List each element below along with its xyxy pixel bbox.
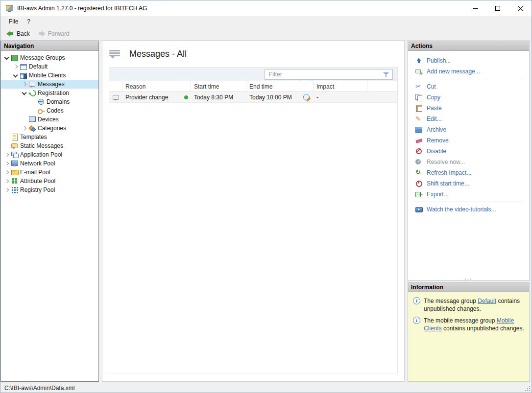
tree-item-message-groups[interactable]: Message Groups [1, 53, 98, 62]
action-paste[interactable]: Paste [408, 103, 529, 114]
tree-item-e-mail-pool[interactable]: E-mail Pool [1, 168, 98, 177]
chevron-right-icon[interactable] [12, 63, 20, 70]
action-label: Shift start time... [427, 180, 469, 187]
maximize-icon [495, 6, 500, 11]
tree-item-registration[interactable]: Registration [1, 89, 98, 97]
action-label: Publish... [427, 57, 451, 64]
chevron-right-icon[interactable] [3, 168, 11, 176]
action-publish[interactable]: Publish... [408, 55, 529, 66]
action-label: Edit... [427, 116, 442, 122]
titlebar: IBI-aws Admin 1.27.0 - registered for IB… [0, 0, 532, 16]
page-title: Messages - All [129, 49, 187, 59]
action-copy[interactable]: Copy [408, 92, 529, 103]
action-refresh-impact[interactable]: Refresh Impact... [408, 167, 529, 178]
devices-icon [28, 116, 36, 123]
registry-pool-icon [11, 186, 19, 194]
chevron-right-icon[interactable] [3, 160, 11, 167]
column-header-reason[interactable]: Reason [122, 81, 181, 92]
action-resolve-now[interactable]: Resolve now... [408, 157, 529, 167]
tree-item-categories[interactable]: Categories [1, 124, 98, 133]
action-add-new-message[interactable]: Add new message... [408, 66, 529, 77]
info-link-default[interactable]: Default [478, 298, 496, 304]
chevron-down-icon[interactable] [3, 54, 11, 62]
minimize-button[interactable] [464, 0, 486, 16]
action-label: Disable [427, 148, 446, 155]
info-text-prefix: The mobile message group [424, 317, 497, 324]
action-export[interactable]: Export... [408, 189, 529, 200]
tree-item-domains[interactable]: Domains [1, 97, 98, 106]
action-remove[interactable]: Remove [408, 135, 529, 146]
column-header-status[interactable] [181, 81, 191, 92]
chevron-right-icon[interactable] [3, 151, 11, 159]
action-label: Export... [427, 191, 449, 198]
forward-button[interactable]: Forward [34, 28, 73, 40]
close-button[interactable] [509, 0, 532, 16]
column-header-impact[interactable]: Impact [314, 81, 367, 92]
chevron-right-icon[interactable] [21, 80, 28, 88]
action-shift-start-time[interactable]: Shift start time... [408, 178, 529, 189]
tree-item-devices[interactable]: Devices [1, 115, 98, 124]
action-cut[interactable]: Cut [408, 81, 529, 92]
table-row[interactable]: Provider changeToday 8:30 PMToday 10:00 … [109, 92, 397, 103]
info-item: The mobile message group Mobile Clients … [413, 317, 525, 332]
chevron-right-icon[interactable] [21, 124, 28, 132]
tree-item-templates[interactable]: Templates [1, 133, 98, 141]
default-group-icon [20, 63, 27, 70]
impact-cell: - [314, 92, 367, 102]
menu-file[interactable]: File [4, 16, 23, 27]
tree-item-label: Attribute Pool [20, 178, 55, 185]
filter-wrap [265, 69, 393, 80]
action-edit[interactable]: Edit... [408, 114, 529, 124]
filter-funnel-icon[interactable] [383, 72, 389, 78]
tree-item-default[interactable]: Default [1, 62, 98, 71]
chevron-right-icon[interactable] [3, 177, 11, 185]
panel-splitter-grip[interactable]: ... [408, 275, 529, 280]
right-column: Actions Publish...Add new message...CutC… [408, 41, 530, 382]
chevron-spacer [21, 116, 28, 123]
window-title: IBI-aws Admin 1.27.0 - registered for IB… [17, 5, 147, 12]
refresh-impact-icon [415, 169, 423, 177]
chevron-down-icon[interactable] [21, 89, 28, 97]
tree-item-attribute-pool[interactable]: Attribute Pool [1, 177, 98, 185]
action-label: Add new message... [427, 68, 480, 75]
tree-item-label: Network Pool [20, 160, 55, 167]
column-header-start-time[interactable]: Start time [191, 81, 246, 92]
filter-input[interactable] [265, 69, 393, 80]
chevron-down-icon[interactable] [12, 71, 20, 79]
column-header-filler [367, 81, 397, 92]
tree-item-mobile-clients[interactable]: Mobile Clients [1, 71, 98, 80]
maximize-button[interactable] [486, 0, 509, 16]
info-text-suffix: contains unpublished changes. [442, 325, 524, 332]
column-header-end-time[interactable]: End time [246, 81, 300, 92]
column-header-impact-icon[interactable] [300, 81, 314, 92]
menu-help[interactable]: ? [23, 16, 35, 27]
back-button[interactable]: Back [2, 28, 34, 40]
back-arrow-icon [6, 31, 14, 37]
tree-item-label: Registry Pool [20, 186, 55, 193]
action-archive[interactable]: Archive [408, 124, 529, 135]
mobile-clients-icon [20, 71, 27, 79]
statusbar-path: C:\IBI-aws\Admin\Data.xml [4, 385, 74, 392]
action-watch-the-video-tutorials[interactable]: Watch the video-tutorials... [408, 204, 529, 215]
navigation-panel-header: Navigation [1, 41, 98, 51]
tree-item-label: Mobile Clients [29, 72, 66, 79]
chevron-right-icon[interactable] [3, 186, 11, 194]
export-icon [415, 190, 423, 198]
tree-item-application-pool[interactable]: Application Pool [1, 150, 98, 159]
tree-item-network-pool[interactable]: Network Pool [1, 159, 98, 168]
info-text: The message group Default contains unpub… [424, 297, 525, 313]
tree-item-label: Static Messages [20, 142, 63, 149]
actions-list: Publish...Add new message...CutCopyPaste… [408, 51, 529, 215]
application-pool-icon [11, 151, 19, 159]
tree-item-registry-pool[interactable]: Registry Pool [1, 185, 98, 194]
email-pool-icon [11, 168, 19, 176]
column-header-row-icon[interactable] [109, 81, 122, 92]
action-label: Refresh Impact... [427, 169, 471, 176]
tree-item-static-messages[interactable]: Static Messages [1, 141, 98, 150]
publish-icon [415, 57, 423, 65]
action-disable[interactable]: Disable [408, 146, 529, 157]
app-icon [5, 4, 13, 12]
tree-item-codes[interactable]: Codes [1, 106, 98, 115]
resize-grip-icon[interactable] [524, 385, 530, 391]
tree-item-messages[interactable]: Messages [1, 80, 98, 89]
